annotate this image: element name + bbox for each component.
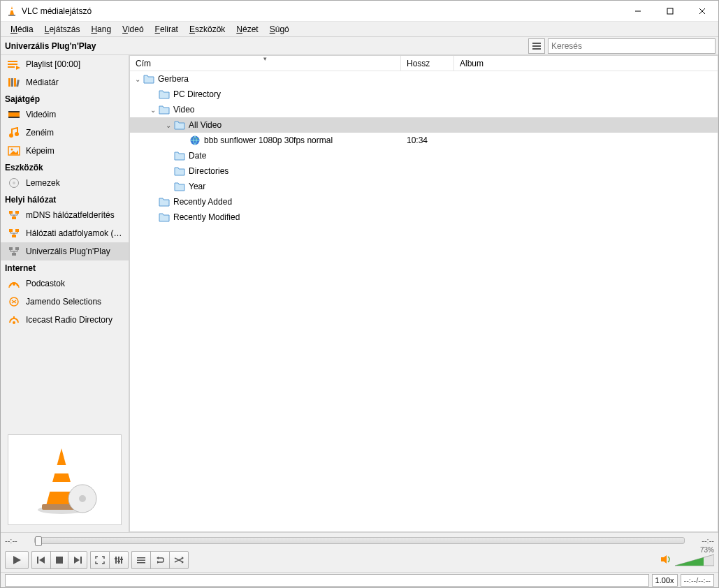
svg-rect-9	[532, 48, 541, 50]
video-icon	[8, 108, 20, 121]
menu-hang[interactable]: Hang	[85, 23, 117, 36]
menu-felirat[interactable]: Felirat	[150, 23, 184, 36]
menu-lejátszás[interactable]: Lejátszás	[39, 23, 86, 36]
fullscreen-button[interactable]	[90, 551, 109, 569]
view-mode-button[interactable]	[528, 38, 545, 54]
sidebar-item-label: Icecast Radio Directory	[26, 315, 112, 325]
sidebar-item-jamendo[interactable]: Jamendo Selections	[1, 293, 129, 311]
minimize-button[interactable]	[622, 1, 654, 22]
time-display[interactable]: --:--/--:--	[681, 574, 714, 587]
shuffle-button[interactable]	[169, 551, 189, 569]
sidebar-item-net[interactable]: Hálózati adatfolyamok (S...	[1, 224, 129, 242]
svg-rect-14	[8, 78, 10, 87]
tree-row[interactable]: Directories	[130, 163, 718, 179]
expander-icon[interactable]: ⌄	[164, 122, 173, 129]
extended-settings-button[interactable]	[109, 551, 129, 569]
expander-icon[interactable]: ⌄	[133, 75, 143, 83]
volume-slider[interactable]: 73%	[675, 553, 714, 567]
svg-rect-8	[532, 45, 541, 47]
menu-média[interactable]: Média	[5, 23, 39, 36]
sidebar-item-podcast[interactable]: Podcastok	[1, 274, 129, 293]
svg-point-39	[13, 321, 15, 324]
sidebar-item-icecast[interactable]: Icecast Radio Directory	[1, 311, 129, 329]
tree-row[interactable]: ⌄All Video	[130, 117, 718, 133]
column-title[interactable]: Cím ▾	[130, 56, 401, 71]
previous-button[interactable]	[31, 551, 50, 569]
tree-row[interactable]: Recently Modified	[130, 210, 718, 225]
album-art	[8, 434, 122, 525]
svg-marker-69	[661, 555, 667, 564]
menu-eszközök[interactable]: Eszközök	[184, 23, 231, 36]
volume-percent: 73%	[700, 546, 714, 554]
svg-rect-56	[115, 557, 117, 564]
expander-icon[interactable]: ⌄	[148, 106, 158, 114]
sidebar-header: Eszközök	[1, 160, 129, 174]
svg-rect-64	[137, 562, 145, 564]
seek-handle[interactable]	[35, 536, 42, 546]
sidebar-item-label: mDNS hálózatfelderítés	[26, 210, 115, 220]
globe-icon	[189, 135, 201, 146]
column-album[interactable]: Album	[454, 56, 718, 71]
icecast-icon	[8, 314, 20, 326]
tree-row[interactable]: Date	[130, 148, 718, 163]
sidebar-item-library[interactable]: Médiatár	[1, 73, 129, 91]
remaining-time[interactable]: --:--	[689, 536, 714, 545]
svg-point-48	[79, 495, 86, 502]
svg-rect-44	[53, 465, 70, 473]
stop-button[interactable]	[50, 551, 68, 569]
svg-rect-4	[667, 8, 673, 14]
column-length[interactable]: Hossz	[401, 56, 454, 71]
tree-row[interactable]: ⌄Gerbera	[130, 71, 718, 87]
menu-súgó[interactable]: Súgó	[264, 23, 295, 36]
svg-marker-13	[16, 66, 20, 70]
tree-row[interactable]: Year	[130, 179, 718, 194]
tree-row[interactable]: ⌄Video	[130, 102, 718, 117]
tree-row[interactable]: bbb sunflower 1080p 30fps normal10:34	[130, 133, 718, 148]
folder-icon	[173, 119, 186, 131]
svg-point-37	[13, 283, 15, 286]
loop-button[interactable]	[150, 551, 169, 569]
folder-icon	[173, 150, 186, 161]
svg-marker-25	[10, 150, 18, 154]
mute-button[interactable]	[660, 554, 672, 567]
tree-row[interactable]: PC Directory	[130, 87, 718, 102]
tree-row[interactable]: Recently Added	[130, 194, 718, 210]
svg-marker-67	[182, 557, 184, 559]
sidebar-item-label: Univerzális Plug'n'Play	[26, 247, 110, 256]
close-button[interactable]	[686, 1, 718, 22]
sidebar-item-music[interactable]: Zenéim	[1, 124, 129, 142]
playlist-button[interactable]	[131, 551, 150, 569]
column-album-label: Album	[460, 59, 484, 68]
menu-nézet[interactable]: Nézet	[231, 23, 263, 36]
sidebar-item-upnp[interactable]: Univerzális Plug'n'Play	[1, 242, 129, 260]
svg-rect-12	[8, 66, 15, 68]
next-button[interactable]	[68, 551, 87, 569]
menu-videó[interactable]: Videó	[117, 23, 149, 36]
elapsed-time[interactable]: --:--	[5, 536, 30, 545]
svg-rect-1	[8, 15, 15, 16]
controls-panel: --:-- --:-- 73% 1.00x	[1, 532, 718, 587]
tree-label: Directories	[189, 166, 228, 176]
svg-marker-65	[157, 557, 159, 559]
folder-icon	[173, 166, 186, 177]
seek-slider[interactable]	[34, 537, 685, 544]
sidebar-item-disc[interactable]: Lemezek	[1, 174, 129, 192]
svg-rect-10	[8, 61, 17, 62]
sidebar-item-video[interactable]: Videóim	[1, 105, 129, 124]
search-input[interactable]: Keresés	[548, 38, 716, 54]
window-title: VLC médialejátszó	[22, 6, 622, 16]
sidebar-item-label: Hálózati adatfolyamok (S...	[26, 228, 124, 238]
svg-point-21	[9, 133, 13, 138]
status-field	[5, 574, 649, 587]
sidebar-item-net[interactable]: mDNS hálózatfelderítés	[1, 206, 129, 224]
play-button[interactable]	[5, 551, 29, 569]
maximize-button[interactable]	[654, 1, 686, 22]
svg-rect-51	[37, 557, 38, 564]
sidebar-item-label: Képeim	[26, 146, 55, 156]
svg-rect-59	[115, 558, 117, 559]
sidebar-item-playlist[interactable]: Playlist [00:00]	[1, 55, 129, 73]
menu-bar: MédiaLejátszásHangVideóFeliratEszközökNé…	[1, 22, 718, 37]
svg-rect-28	[9, 211, 13, 214]
playback-speed[interactable]: 1.00x	[652, 574, 678, 587]
sidebar-item-pictures[interactable]: Képeim	[1, 142, 129, 160]
